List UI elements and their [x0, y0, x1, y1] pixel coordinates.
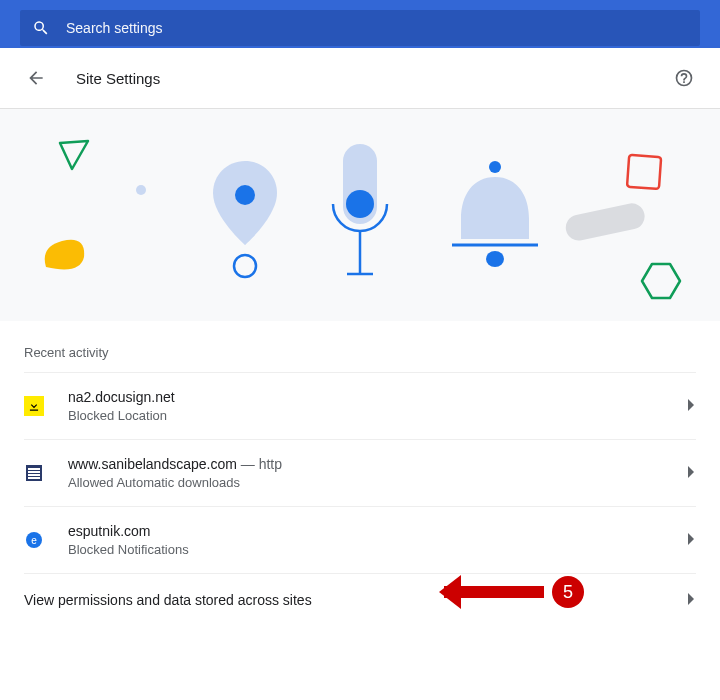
svg-marker-13 — [642, 264, 680, 298]
site-name: na2.docusign.net — [68, 389, 175, 405]
search-placeholder: Search settings — [66, 20, 163, 36]
download-icon — [27, 399, 41, 413]
chevron-right-icon — [688, 593, 696, 608]
svg-point-3 — [234, 255, 256, 277]
site-row-docusign[interactable]: na2.docusign.net Blocked Location — [24, 372, 696, 439]
bell-icon — [440, 159, 550, 279]
chevron-right-icon — [688, 466, 696, 481]
svg-marker-0 — [60, 141, 88, 169]
help-button[interactable] — [672, 66, 696, 90]
site-status: Blocked Notifications — [68, 541, 680, 559]
hexagon-icon — [640, 261, 682, 301]
svg-rect-12 — [627, 155, 661, 189]
page-title: Site Settings — [76, 70, 672, 87]
illustration-banner — [0, 109, 720, 321]
view-all-permissions-row[interactable]: View permissions and data stored across … — [24, 573, 696, 626]
section-title: Recent activity — [24, 321, 696, 372]
square-icon — [625, 153, 665, 193]
site-proto: — http — [237, 456, 282, 472]
content: Recent activity na2.docusign.net Blocked… — [0, 321, 720, 626]
site-row-sanibel[interactable]: www.sanibelandscape.com — http Allowed A… — [24, 439, 696, 506]
chevron-right-icon — [688, 533, 696, 548]
chevron-right-icon — [688, 399, 696, 414]
help-icon — [674, 68, 694, 88]
site-row-esputnik[interactable]: e esputnik.com Blocked Notifications — [24, 506, 696, 573]
svg-point-5 — [346, 190, 374, 218]
site-name: www.sanibelandscape.com — [68, 456, 237, 472]
site-row-text: www.sanibelandscape.com — http Allowed A… — [68, 454, 680, 492]
site-name: esputnik.com — [68, 523, 150, 539]
svg-point-1 — [136, 185, 146, 195]
arrow-left-icon — [26, 68, 46, 88]
page-header: Site Settings — [0, 48, 720, 109]
search-settings[interactable]: Search settings — [20, 10, 700, 46]
view-all-permissions-label: View permissions and data stored across … — [24, 592, 680, 608]
site-row-text: na2.docusign.net Blocked Location — [68, 387, 680, 425]
blob-icon — [40, 237, 88, 273]
dot-icon — [135, 184, 147, 196]
back-button[interactable] — [24, 66, 48, 90]
svg-point-10 — [486, 251, 504, 267]
site-row-text: esputnik.com Blocked Notifications — [68, 521, 680, 559]
svg-point-2 — [235, 185, 255, 205]
svg-rect-11 — [565, 201, 647, 241]
globe-icon: e — [26, 532, 42, 548]
top-bar: Search settings — [0, 0, 720, 48]
triangle-icon — [58, 139, 92, 173]
location-icon — [205, 161, 285, 279]
svg-point-8 — [489, 161, 501, 173]
favicon-sanibel — [24, 463, 44, 483]
favicon-esputnik: e — [24, 530, 44, 550]
site-status: Blocked Location — [68, 407, 680, 425]
pill-icon — [565, 201, 655, 241]
site-status: Allowed Automatic downloads — [68, 474, 680, 492]
microphone-icon — [325, 144, 395, 294]
grid-icon — [26, 465, 42, 481]
favicon-docusign — [24, 396, 44, 416]
search-icon — [32, 19, 50, 37]
